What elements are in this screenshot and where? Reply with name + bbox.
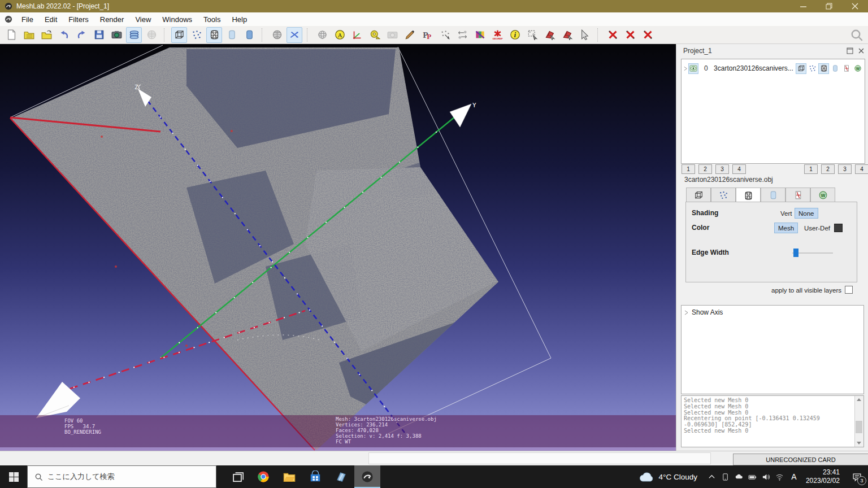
shading-option-vert[interactable]: Vert bbox=[776, 208, 796, 219]
chevron-right-icon[interactable] bbox=[683, 66, 688, 71]
quick-button-2[interactable]: 2 bbox=[698, 164, 712, 174]
close-panel-icon[interactable] bbox=[857, 46, 866, 55]
chevron-right-icon[interactable] bbox=[684, 310, 689, 315]
quick-button-3[interactable]: 3 bbox=[715, 164, 729, 174]
menu-tools[interactable]: Tools bbox=[198, 14, 226, 25]
quick-button-3[interactable]: 3 bbox=[838, 164, 852, 174]
action-center-button[interactable]: 3 bbox=[845, 465, 868, 488]
georef-tool-icon[interactable]: GEOREF bbox=[489, 27, 505, 43]
start-button[interactable] bbox=[0, 465, 27, 488]
render-points-icon[interactable] bbox=[189, 27, 205, 43]
color-option-mesh[interactable]: Mesh bbox=[774, 223, 798, 233]
quick-button-4[interactable]: 4 bbox=[855, 164, 868, 174]
annotation-a-icon[interactable]: A bbox=[332, 27, 348, 43]
taskbar-search[interactable]: ここに入力して検索 bbox=[27, 465, 216, 488]
select-vertices-icon[interactable] bbox=[524, 27, 540, 43]
delete-faces-icon[interactable] bbox=[622, 27, 638, 43]
render-smooth-icon[interactable] bbox=[241, 27, 257, 43]
taskbar-app-task-view[interactable] bbox=[224, 465, 250, 488]
float-panel-icon[interactable] bbox=[845, 46, 854, 55]
render-texture-icon[interactable] bbox=[269, 27, 285, 43]
menu-edit[interactable]: Edit bbox=[39, 14, 63, 25]
menu-render[interactable]: Render bbox=[94, 14, 130, 25]
quick-button-2[interactable]: 2 bbox=[821, 164, 835, 174]
delete-vertices-icon[interactable] bbox=[605, 27, 620, 43]
quick-button-4[interactable]: 4 bbox=[732, 164, 746, 174]
wifi-icon[interactable] bbox=[773, 465, 787, 488]
minimize-button[interactable] bbox=[790, 0, 816, 12]
search-icon[interactable] bbox=[850, 28, 863, 42]
taskbar-app-meshlab[interactable] bbox=[354, 465, 380, 488]
show-layers-icon[interactable] bbox=[126, 27, 142, 43]
phone-icon[interactable] bbox=[719, 465, 732, 488]
pick-points-icon[interactable]: PP bbox=[419, 27, 435, 43]
trackball-icon[interactable] bbox=[314, 27, 330, 43]
raster-camera-icon[interactable] bbox=[384, 27, 400, 43]
quality-mapper-icon[interactable] bbox=[472, 27, 488, 43]
menu-filters[interactable]: Filters bbox=[63, 14, 94, 25]
align-tool-icon[interactable] bbox=[454, 27, 470, 43]
snapshot-icon[interactable] bbox=[108, 27, 124, 43]
tab-flat[interactable] bbox=[761, 188, 785, 202]
menu-help[interactable]: Help bbox=[226, 14, 253, 25]
undo-icon[interactable] bbox=[56, 27, 72, 43]
unrecognized-card-button[interactable]: UNRECOGNIZED CARD bbox=[733, 454, 868, 465]
layer-points-icon[interactable] bbox=[807, 63, 818, 74]
onedrive-icon[interactable] bbox=[732, 465, 746, 488]
close-button[interactable] bbox=[842, 0, 868, 12]
apply-checkbox[interactable] bbox=[845, 286, 853, 294]
tab-texture[interactable] bbox=[785, 188, 810, 202]
paint-tool-icon[interactable] bbox=[402, 27, 418, 43]
log-scrollbar[interactable] bbox=[854, 396, 863, 447]
scroll-down-icon[interactable] bbox=[857, 442, 861, 445]
shading-option-none[interactable]: None bbox=[795, 208, 818, 219]
eye-icon[interactable] bbox=[688, 63, 698, 74]
save-project-icon[interactable] bbox=[91, 27, 107, 43]
delete-all-icon[interactable] bbox=[640, 27, 656, 43]
menu-view[interactable]: View bbox=[129, 14, 157, 25]
userdef-color-swatch[interactable] bbox=[834, 224, 843, 232]
layer-texture-icon[interactable] bbox=[841, 63, 852, 74]
quick-button-1[interactable]: 1 bbox=[682, 164, 695, 174]
layer-bbox-icon[interactable] bbox=[796, 63, 806, 74]
scroll-up-icon[interactable] bbox=[857, 398, 861, 401]
show-axis-label[interactable]: Show Axis bbox=[692, 308, 723, 316]
new-document-icon[interactable] bbox=[3, 27, 19, 43]
speaker-icon[interactable] bbox=[760, 465, 773, 488]
chevron-up-icon[interactable] bbox=[705, 465, 719, 488]
redo-icon[interactable] bbox=[73, 27, 89, 43]
tab-wireframe[interactable] bbox=[736, 188, 761, 203]
tab-points[interactable] bbox=[711, 188, 736, 202]
taskbar-app-file-explorer[interactable] bbox=[276, 465, 302, 488]
render-wireframe-icon[interactable] bbox=[206, 27, 222, 43]
coord-axes-icon[interactable] bbox=[349, 27, 365, 43]
ime-indicator[interactable]: A bbox=[787, 472, 801, 481]
edge-width-slider-handle[interactable] bbox=[793, 249, 798, 257]
select-faces-all-icon[interactable] bbox=[559, 27, 575, 43]
show-axis-icon[interactable] bbox=[287, 27, 302, 43]
select-arrow-icon[interactable] bbox=[577, 27, 593, 43]
import-mesh-icon[interactable] bbox=[38, 27, 54, 43]
menu-windows[interactable]: Windows bbox=[157, 14, 198, 25]
tab-shader[interactable]: W bbox=[810, 188, 835, 202]
battery-icon[interactable] bbox=[746, 465, 760, 488]
render-flat-icon[interactable] bbox=[224, 27, 240, 43]
layer-wireframe-icon[interactable] bbox=[818, 63, 829, 74]
measure-tool-icon[interactable] bbox=[367, 27, 383, 43]
tab-bbox[interactable] bbox=[686, 188, 711, 202]
taskbar-app-chrome[interactable] bbox=[250, 465, 276, 488]
render-bbox-icon[interactable] bbox=[171, 27, 187, 43]
layer-row[interactable]: 0 3carton230126scanivers... W bbox=[682, 62, 863, 75]
select-faces-icon[interactable] bbox=[542, 27, 558, 43]
raster-globe-icon[interactable] bbox=[144, 27, 159, 43]
taskbar-app-viewer-app[interactable] bbox=[328, 465, 354, 488]
layer-shader-icon[interactable]: W bbox=[852, 63, 863, 74]
taskbar-app-microsoft-store[interactable] bbox=[302, 465, 328, 488]
layer-flat-icon[interactable] bbox=[830, 63, 840, 74]
menu-file[interactable]: File bbox=[16, 14, 39, 25]
3d-viewport[interactable]: Y Z FOV 60FPS 34.7BO_RENDERING Mesh: 3ca… bbox=[0, 44, 676, 451]
open-project-icon[interactable] bbox=[21, 27, 37, 43]
point-info-icon[interactable] bbox=[437, 27, 453, 43]
info-tool-icon[interactable]: i bbox=[507, 27, 523, 43]
scroll-thumb[interactable] bbox=[856, 421, 862, 433]
